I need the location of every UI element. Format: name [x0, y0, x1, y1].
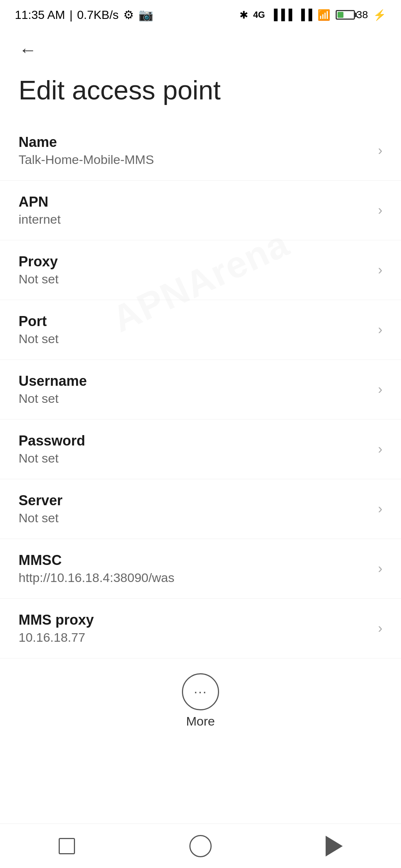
settings-label-server: Server [19, 493, 371, 509]
more-button[interactable]: ··· [182, 673, 219, 710]
toolbar: ← [0, 30, 401, 67]
charging-icon: ⚡ [373, 9, 386, 21]
nav-recents-button[interactable] [45, 831, 89, 861]
more-area: ··· More [0, 658, 401, 740]
settings-item-mmsc[interactable]: MMSChttp://10.16.18.4:38090/was› [0, 539, 401, 599]
signal-bars2-icon: ▐▐ [297, 9, 312, 21]
settings-content-password: PasswordNot set [19, 433, 371, 466]
settings-value-mmsc: http://10.16.18.4:38090/was [19, 571, 371, 585]
settings-value-password: Not set [19, 451, 371, 466]
settings-item-port[interactable]: PortNot set› [0, 300, 401, 360]
settings-value-port: Not set [19, 332, 371, 346]
battery-fill [338, 12, 343, 18]
settings-content-proxy: ProxyNot set [19, 254, 371, 286]
signal-bars-icon: ▐▐▐ [270, 9, 293, 21]
settings-content-username: UsernameNot set [19, 373, 371, 406]
settings-content-port: PortNot set [19, 313, 371, 346]
separator: | [69, 8, 72, 22]
settings-item-name[interactable]: NameTalk-Home-Mobile-MMS› [0, 121, 401, 181]
chevron-icon-apn: › [378, 203, 382, 218]
status-right: ✱ 4G ▐▐▐ ▐▐ 📶 38 ⚡ [239, 9, 386, 21]
camera-icon: 📷 [138, 8, 153, 22]
settings-label-username: Username [19, 373, 371, 389]
page-title-area: Edit access point [0, 67, 401, 121]
settings-content-name: NameTalk-Home-Mobile-MMS [19, 134, 371, 167]
settings-label-proxy: Proxy [19, 254, 371, 270]
page-title: Edit access point [19, 74, 382, 106]
time-display: 11:35 AM [15, 8, 65, 22]
settings-list: NameTalk-Home-Mobile-MMS›APNinternet›Pro… [0, 121, 401, 658]
settings-content-apn: APNinternet [19, 194, 371, 227]
settings-label-port: Port [19, 313, 371, 329]
settings-item-password[interactable]: PasswordNot set› [0, 420, 401, 479]
settings-value-name: Talk-Home-Mobile-MMS [19, 152, 371, 167]
chevron-icon-name: › [378, 143, 382, 158]
chevron-icon-username: › [378, 382, 382, 397]
settings-value-server: Not set [19, 511, 371, 525]
navigation-bar [0, 823, 401, 868]
settings-item-proxy[interactable]: ProxyNot set› [0, 240, 401, 300]
settings-label-name: Name [19, 134, 371, 150]
battery-container: 38 [336, 9, 368, 21]
chevron-icon-password: › [378, 441, 382, 457]
back-icon [326, 836, 343, 857]
nav-back-button[interactable] [312, 831, 356, 861]
battery-percent: 38 [356, 9, 368, 21]
settings-label-mms-proxy: MMS proxy [19, 612, 371, 628]
settings-value-apn: internet [19, 212, 371, 227]
settings-content-server: ServerNot set [19, 493, 371, 525]
settings-item-username[interactable]: UsernameNot set› [0, 360, 401, 420]
chevron-icon-port: › [378, 322, 382, 338]
chevron-icon-mmsc: › [378, 561, 382, 576]
bluetooth-icon: ✱ [239, 9, 248, 21]
settings-label-password: Password [19, 433, 371, 449]
chevron-icon-mms-proxy: › [378, 621, 382, 636]
nav-home-button[interactable] [178, 831, 223, 861]
status-bar: 11:35 AM | 0.7KB/s ⚙ 📷 ✱ 4G ▐▐▐ ▐▐ 📶 38 … [0, 0, 401, 30]
settings-content-mms-proxy: MMS proxy10.16.18.77 [19, 612, 371, 645]
signal-4g-icon: 4G [253, 10, 265, 20]
wifi-icon: 📶 [317, 9, 330, 21]
settings-icon: ⚙ [123, 8, 134, 22]
back-arrow-icon: ← [19, 41, 37, 59]
settings-value-mms-proxy: 10.16.18.77 [19, 630, 371, 645]
chevron-icon-server: › [378, 501, 382, 517]
settings-label-mmsc: MMSC [19, 552, 371, 568]
settings-item-apn[interactable]: APNinternet› [0, 181, 401, 240]
settings-label-apn: APN [19, 194, 371, 210]
more-label: More [186, 714, 215, 729]
home-icon [189, 835, 212, 857]
status-left: 11:35 AM | 0.7KB/s ⚙ 📷 [15, 8, 153, 22]
recents-icon [59, 838, 75, 854]
settings-item-server[interactable]: ServerNot set› [0, 479, 401, 539]
back-button[interactable]: ← [15, 37, 41, 63]
settings-content-mmsc: MMSChttp://10.16.18.4:38090/was [19, 552, 371, 585]
battery-icon [336, 10, 355, 20]
settings-value-username: Not set [19, 391, 371, 406]
more-dots-icon: ··· [194, 685, 207, 698]
settings-value-proxy: Not set [19, 272, 371, 286]
speed-display: 0.7KB/s [77, 8, 119, 22]
chevron-icon-proxy: › [378, 262, 382, 278]
settings-item-mms-proxy[interactable]: MMS proxy10.16.18.77› [0, 599, 401, 658]
